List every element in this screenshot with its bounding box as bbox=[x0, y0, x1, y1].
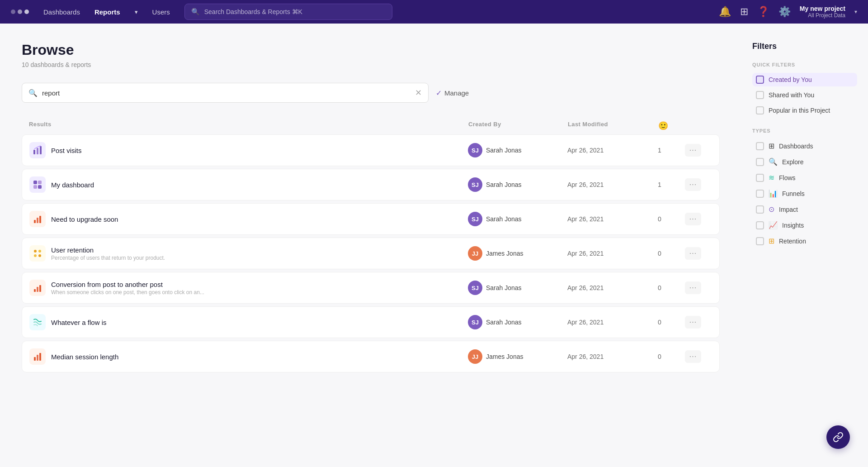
creator-name: Sarah Jonas bbox=[486, 215, 522, 223]
main-wrapper: Browse 10 dashboards & reports 🔍 report … bbox=[0, 24, 868, 467]
filter-popular-in-project[interactable]: Popular in this Project bbox=[752, 104, 857, 117]
svg-point-11 bbox=[38, 250, 41, 253]
global-search[interactable]: 🔍 bbox=[184, 4, 392, 20]
svg-rect-15 bbox=[37, 287, 38, 292]
filter-search-box[interactable]: 🔍 report ✕ bbox=[22, 83, 429, 103]
row-icon bbox=[29, 245, 46, 262]
filter-label: Flows bbox=[779, 174, 796, 181]
apps-icon[interactable]: ⊞ bbox=[740, 6, 748, 18]
notifications-icon[interactable]: 🔔 bbox=[719, 6, 731, 18]
insights-icon: 📈 bbox=[769, 221, 778, 229]
settings-icon[interactable]: ⚙️ bbox=[778, 6, 791, 18]
table-row[interactable]: Need to upgrade soon SJ Sarah Jonas Apr … bbox=[22, 203, 720, 235]
row-subtitle: Percentage of users that return to your … bbox=[51, 255, 165, 261]
search-row: 🔍 report ✕ ✓ Manage bbox=[22, 83, 720, 103]
svg-rect-17 bbox=[34, 357, 36, 361]
filters-title: Filters bbox=[752, 42, 857, 51]
search-clear-icon[interactable]: ✕ bbox=[415, 88, 422, 98]
filter-type-flows[interactable]: ≋ Flows bbox=[752, 171, 857, 185]
table-row[interactable]: User retention Percentage of users that … bbox=[22, 238, 720, 269]
svg-point-10 bbox=[34, 250, 37, 253]
svg-rect-18 bbox=[37, 355, 38, 361]
help-icon[interactable]: ❓ bbox=[757, 6, 769, 18]
more-options-button[interactable]: ··· bbox=[685, 281, 701, 294]
filter-shared-with-you[interactable]: Shared with You bbox=[752, 88, 857, 102]
row-name-cell: Conversion from post to another post Whe… bbox=[29, 280, 468, 296]
project-selector[interactable]: My new project All Project Data bbox=[800, 5, 845, 19]
col-created-by: Created By bbox=[468, 121, 568, 131]
table-row[interactable]: My dashboard SJ Sarah Jonas Apr 26, 2021… bbox=[22, 169, 720, 200]
filter-type-explore[interactable]: 🔍 Explore bbox=[752, 155, 857, 169]
svg-rect-16 bbox=[39, 285, 41, 292]
svg-rect-19 bbox=[39, 353, 41, 361]
date-cell: Apr 26, 2021 bbox=[567, 250, 658, 257]
fab-button[interactable] bbox=[826, 425, 850, 449]
filter-search-input[interactable]: report bbox=[42, 89, 410, 97]
more-options-button[interactable]: ··· bbox=[685, 316, 701, 329]
flows-icon: ≋ bbox=[769, 173, 774, 182]
filter-checkbox bbox=[756, 190, 764, 198]
count-cell: 0 bbox=[658, 319, 685, 326]
row-title: Need to upgrade soon bbox=[51, 215, 118, 223]
filter-checkbox bbox=[756, 205, 764, 214]
filter-label: Funnels bbox=[782, 190, 805, 197]
filter-label: Dashboards bbox=[779, 143, 813, 150]
more-options-button[interactable]: ··· bbox=[685, 144, 701, 157]
nav-users[interactable]: Users bbox=[152, 8, 170, 16]
nav-reports[interactable]: Reports bbox=[94, 8, 120, 16]
top-navigation: Dashboards Reports ▾ Users 🔍 🔔 ⊞ ❓ ⚙️ My… bbox=[0, 0, 868, 24]
creator-name: Sarah Jonas bbox=[486, 181, 522, 188]
nav-dashboards[interactable]: Dashboards bbox=[43, 8, 80, 16]
filter-created-by-you[interactable]: Created by You bbox=[752, 73, 857, 86]
manage-button[interactable]: ✓ Manage bbox=[436, 89, 469, 97]
creator-name: Sarah Jonas bbox=[486, 284, 522, 291]
col-actions bbox=[685, 121, 712, 131]
svg-rect-9 bbox=[39, 216, 41, 223]
more-options-button[interactable]: ··· bbox=[685, 178, 701, 191]
filter-type-impact[interactable]: ⊙ Impact bbox=[752, 202, 857, 216]
svg-rect-4 bbox=[38, 181, 42, 184]
global-search-input[interactable] bbox=[204, 8, 386, 15]
table-row[interactable]: Whatever a flow is SJ Sarah Jonas Apr 26… bbox=[22, 306, 720, 338]
table-row[interactable]: Median session length JJ James Jonas Apr… bbox=[22, 341, 720, 372]
table-header: Results Created By Last Modified 🙂 bbox=[22, 117, 720, 134]
filter-type-retention[interactable]: ⊞ Retention bbox=[752, 234, 857, 248]
creator-cell: SJ Sarah Jonas bbox=[468, 315, 567, 329]
row-name-cell: Need to upgrade soon bbox=[29, 211, 468, 227]
filter-type-insights[interactable]: 📈 Insights bbox=[752, 218, 857, 232]
count-cell: 1 bbox=[658, 181, 685, 188]
row-subtitle: When someone clicks on one post, then go… bbox=[51, 289, 204, 295]
col-last-modified: Last Modified bbox=[568, 121, 658, 131]
avatar: SJ bbox=[468, 315, 482, 329]
avatar: SJ bbox=[468, 143, 482, 157]
more-options-button[interactable]: ··· bbox=[685, 247, 701, 260]
creator-cell: SJ Sarah Jonas bbox=[468, 281, 567, 295]
filter-checkbox bbox=[756, 221, 764, 229]
filter-checkbox bbox=[756, 174, 764, 182]
date-cell: Apr 26, 2021 bbox=[567, 353, 658, 360]
more-options-button[interactable]: ··· bbox=[685, 213, 701, 225]
more-options-button[interactable]: ··· bbox=[685, 350, 701, 363]
results-table: Post visits SJ Sarah Jonas Apr 26, 2021 … bbox=[22, 134, 720, 372]
creator-name: James Jonas bbox=[486, 353, 523, 360]
nav-dot-3 bbox=[24, 10, 29, 14]
filter-checkbox bbox=[756, 142, 764, 150]
filter-type-dashboards[interactable]: ⊞ Dashboards bbox=[752, 139, 857, 153]
creator-name: James Jonas bbox=[486, 250, 523, 257]
row-icon bbox=[29, 314, 46, 330]
avatar: SJ bbox=[468, 281, 482, 295]
project-sub: All Project Data bbox=[808, 12, 845, 19]
row-icon bbox=[29, 348, 46, 365]
filter-checkbox bbox=[756, 237, 764, 245]
table-row[interactable]: Conversion from post to another post Whe… bbox=[22, 272, 720, 304]
table-row[interactable]: Post visits SJ Sarah Jonas Apr 26, 2021 … bbox=[22, 134, 720, 166]
date-cell: Apr 26, 2021 bbox=[567, 181, 658, 188]
nav-dots bbox=[11, 10, 29, 14]
filter-type-funnels[interactable]: 📊 Funnels bbox=[752, 186, 857, 200]
creator-name: Sarah Jonas bbox=[486, 147, 522, 154]
count-cell: 0 bbox=[658, 284, 685, 291]
filter-checkbox bbox=[756, 76, 764, 84]
count-cell: 0 bbox=[658, 215, 685, 223]
svg-point-12 bbox=[34, 254, 37, 257]
page-subtitle: 10 dashboards & reports bbox=[22, 61, 720, 68]
